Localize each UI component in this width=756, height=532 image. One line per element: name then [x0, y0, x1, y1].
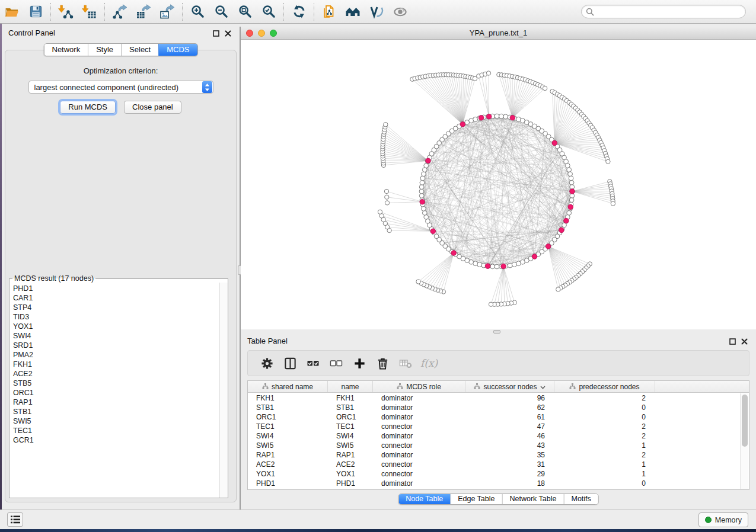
mcds-node-item[interactable]: TID3: [13, 312, 228, 322]
cell-shared-name: SWI4: [248, 432, 328, 440]
mcds-node-item[interactable]: YOX1: [13, 322, 228, 331]
show-hide-eye-icon[interactable]: [388, 2, 412, 22]
table-row[interactable]: RAP1RAP1dominator352: [248, 450, 739, 460]
open-file-icon[interactable]: [0, 2, 24, 22]
cell-MCDS-role: dominator: [373, 451, 465, 459]
table-row[interactable]: YOX1YOX1connector291: [248, 469, 739, 479]
table-row[interactable]: ORC1ORC1dominator610: [248, 412, 739, 422]
table-tab-motifs[interactable]: Motifs: [563, 494, 598, 504]
mcds-node-item[interactable]: RAP1: [13, 398, 228, 407]
column-header-label: predecessor nodes: [579, 383, 639, 391]
cell-successor-nodes: 47: [465, 422, 554, 431]
table-tab-network-table[interactable]: Network Table: [502, 494, 564, 504]
cell-predecessor-nodes: 1: [554, 460, 655, 469]
first-neighbors-icon[interactable]: [341, 2, 365, 22]
import-table-icon[interactable]: [78, 2, 101, 22]
mcds-node-item[interactable]: STB1: [13, 407, 228, 416]
refresh-icon[interactable]: [287, 2, 311, 22]
zoom-in-icon[interactable]: [186, 2, 209, 22]
toggle-panel-mode-icon[interactable]: [282, 355, 298, 371]
close-panel-button[interactable]: Close panel: [124, 101, 181, 114]
cell-name: PHD1: [328, 479, 373, 488]
control-tab-select[interactable]: Select: [121, 44, 158, 56]
table-row[interactable]: TEC1TEC1connector472: [248, 422, 739, 431]
mcds-node-item[interactable]: TEC1: [13, 426, 228, 435]
cell-successor-nodes: 29: [465, 470, 554, 478]
import-network-icon[interactable]: [54, 2, 78, 22]
control-tab-mcds[interactable]: MCDS: [158, 44, 197, 56]
horizontal-splitter-grip[interactable]: [493, 330, 500, 334]
cell-successor-nodes: 61: [465, 413, 554, 421]
mcds-node-item[interactable]: PMA2: [13, 350, 228, 360]
column-header-label: shared name: [272, 383, 313, 391]
optimization-criterion-value: largest connected component (undirected): [29, 83, 202, 92]
run-mcds-button[interactable]: Run MCDS: [60, 101, 116, 114]
table-row[interactable]: SWI5SWI5connector431: [248, 441, 739, 450]
mcds-node-item[interactable]: CAR1: [13, 293, 228, 303]
search-input[interactable]: [594, 7, 745, 17]
mcds-node-item[interactable]: STP4: [13, 303, 228, 312]
table-row[interactable]: ACE2ACE2connector311: [248, 460, 739, 469]
deselect-all-icon[interactable]: [328, 355, 344, 371]
zoom-fit-icon[interactable]: [233, 2, 257, 22]
mcds-result-list[interactable]: PHD1CAR1STP4TID3YOX1SWI4SRD1PMA2FKH1ACE2…: [9, 283, 228, 498]
table-body: FKH1FKH1dominator962STB1STB1dominator620…: [248, 393, 739, 489]
mcds-node-item[interactable]: ORC1: [13, 388, 228, 398]
float-panel-icon[interactable]: [729, 338, 736, 345]
table-scrollbar-thumb[interactable]: [742, 395, 748, 447]
mcds-node-item[interactable]: STB5: [13, 379, 228, 388]
column-header-predecessor-nodes[interactable]: predecessor nodes: [554, 381, 655, 392]
control-tab-style[interactable]: Style: [88, 44, 121, 56]
network-search-box[interactable]: [581, 5, 746, 18]
control-tab-network[interactable]: Network: [44, 44, 88, 56]
mcds-list-scrollbar[interactable]: [219, 283, 228, 498]
column-header-MCDS-role[interactable]: MCDS role: [373, 381, 465, 392]
toolbar-separator: [182, 3, 183, 21]
zoom-selected-icon[interactable]: [257, 2, 280, 22]
save-session-icon[interactable]: [24, 2, 47, 22]
mcds-node-item[interactable]: SWI5: [13, 416, 228, 426]
mcds-node-item[interactable]: SRD1: [13, 341, 228, 350]
column-header-shared-name[interactable]: shared name: [248, 381, 328, 392]
close-panel-icon[interactable]: [741, 338, 748, 345]
delete-column-trash-icon[interactable]: [374, 355, 391, 371]
table-row[interactable]: SWI4SWI4dominator462: [248, 431, 739, 441]
zoom-out-icon[interactable]: [209, 2, 233, 22]
export-image-icon[interactable]: [155, 2, 179, 22]
close-panel-icon[interactable]: [225, 30, 231, 37]
column-header-name[interactable]: name: [328, 381, 373, 392]
optimization-criterion-select[interactable]: largest connected component (undirected): [28, 81, 213, 94]
mcds-node-item[interactable]: PHD1: [13, 284, 228, 293]
delete-table-icon-disabled: [397, 355, 414, 371]
mcds-node-item[interactable]: ACE2: [13, 369, 228, 379]
network-canvas[interactable]: [241, 40, 756, 329]
mcds-result-box: MCDS result (17 nodes) PHD1CAR1STP4TID3Y…: [9, 274, 228, 498]
mcds-node-item[interactable]: FKH1: [13, 360, 228, 369]
task-history-button[interactable]: [7, 512, 23, 527]
new-network-from-file-icon[interactable]: [317, 2, 341, 22]
close-window-button[interactable]: [246, 30, 253, 37]
table-scrollbar[interactable]: [740, 393, 748, 489]
select-all-icon[interactable]: [305, 355, 321, 371]
table-row[interactable]: FKH1FKH1dominator962: [248, 393, 739, 403]
main-toolbar: [0, 0, 756, 24]
maximize-window-button[interactable]: [270, 30, 277, 37]
network-window-titlebar[interactable]: YPA_prune.txt_1: [241, 27, 756, 40]
add-column-icon[interactable]: [351, 355, 368, 371]
mcds-node-item[interactable]: SWI4: [13, 331, 228, 341]
memory-button[interactable]: Memory: [698, 512, 748, 527]
column-settings-gear-icon[interactable]: [259, 355, 275, 371]
table-tab-node-table[interactable]: Node Table: [398, 494, 450, 504]
float-panel-icon[interactable]: [213, 30, 219, 37]
function-builder-icon: f(x): [420, 357, 438, 369]
minimize-window-button[interactable]: [258, 30, 265, 37]
table-row[interactable]: PHD1PHD1dominator180: [248, 479, 739, 488]
mcds-node-item[interactable]: GCR1: [13, 435, 228, 445]
cell-predecessor-nodes: 2: [554, 451, 655, 459]
export-table-icon[interactable]: [132, 2, 155, 22]
column-header-successor-nodes[interactable]: successor nodes: [465, 381, 554, 392]
table-row[interactable]: STB1STB1dominator620: [248, 403, 739, 412]
export-network-icon[interactable]: [108, 2, 132, 22]
graphics-details-icon[interactable]: [365, 2, 388, 22]
table-tab-edge-table[interactable]: Edge Table: [450, 494, 502, 504]
